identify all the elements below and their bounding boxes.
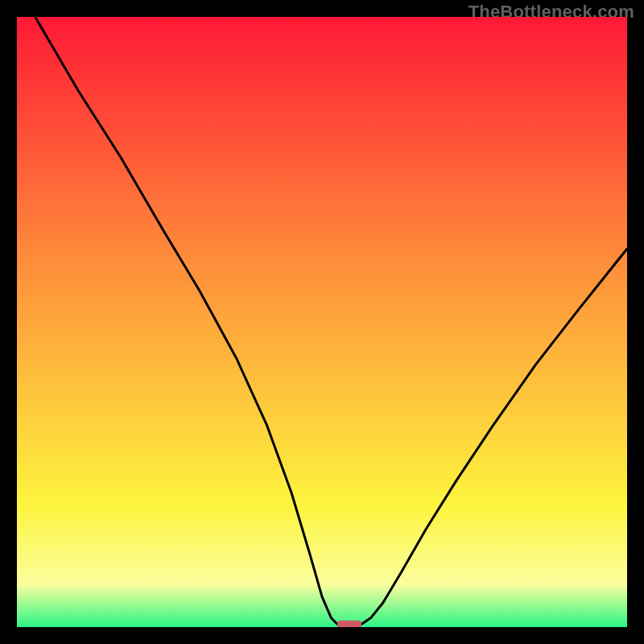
gradient-background <box>17 17 627 627</box>
trough-marker <box>337 621 361 627</box>
bottleneck-chart <box>17 17 627 627</box>
chart-canvas: TheBottleneck.com <box>0 0 644 644</box>
